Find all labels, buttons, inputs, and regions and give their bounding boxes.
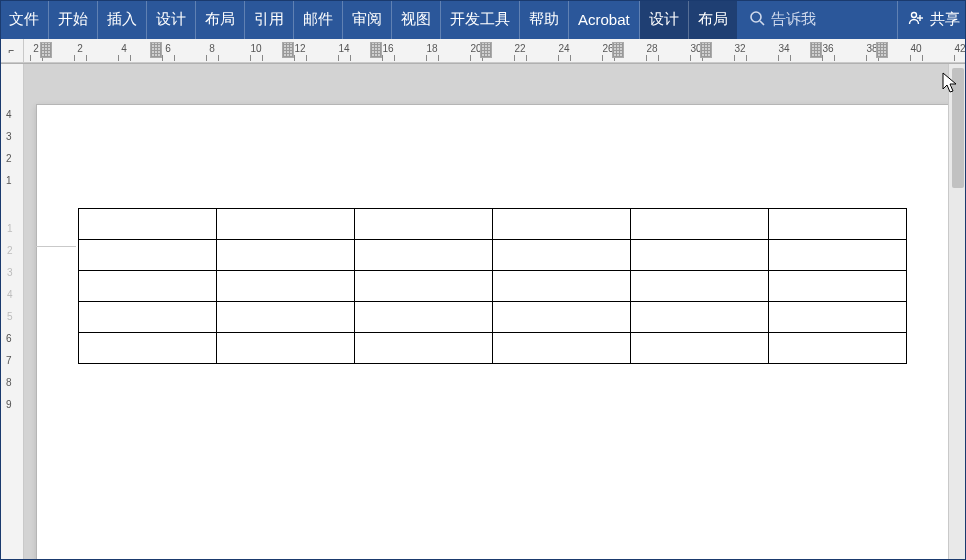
table-cell[interactable] — [493, 209, 631, 240]
vruler-number: 4 — [7, 289, 13, 300]
table-cell[interactable] — [79, 302, 217, 333]
ruler-tab-stop[interactable] — [876, 42, 888, 58]
table-cell[interactable] — [355, 271, 493, 302]
table-cell[interactable] — [355, 302, 493, 333]
tab-home[interactable]: 开始 — [49, 0, 98, 39]
ruler-number: 8 — [209, 43, 215, 54]
table-cell[interactable] — [217, 333, 355, 364]
table-cell[interactable] — [217, 209, 355, 240]
table-cell[interactable] — [631, 209, 769, 240]
share-button[interactable]: 共享 — [897, 0, 966, 39]
ruler-tab-stop[interactable] — [480, 42, 492, 58]
tab-mailings[interactable]: 邮件 — [294, 0, 343, 39]
table-cell[interactable] — [217, 271, 355, 302]
table-cell[interactable] — [217, 302, 355, 333]
ruler-tab-stop[interactable] — [150, 42, 162, 58]
ruler-tab-stop[interactable] — [700, 42, 712, 58]
vruler-number: 1 — [6, 175, 12, 186]
ruler-tab-stop[interactable] — [810, 42, 822, 58]
vruler-number: 2 — [6, 153, 12, 164]
vertical-ruler[interactable]: 4321123456789 — [0, 64, 24, 560]
table-cell[interactable] — [79, 209, 217, 240]
ruler-tab-stop[interactable] — [40, 42, 52, 58]
ruler-number: 36 — [822, 43, 833, 54]
table-row[interactable] — [79, 271, 907, 302]
vertical-scrollbar[interactable] — [948, 64, 966, 560]
ruler-corner[interactable]: ⌐ — [0, 39, 24, 62]
ruler-number: 24 — [558, 43, 569, 54]
document-table[interactable] — [78, 208, 907, 364]
table-cell[interactable] — [355, 240, 493, 271]
tab-developer[interactable]: 开发工具 — [441, 0, 520, 39]
table-row[interactable] — [79, 209, 907, 240]
ribbon-tabs-bar: 文件 开始 插入 设计 布局 引用 邮件 审阅 视图 开发工具 帮助 Acrob… — [0, 0, 966, 39]
table-cell[interactable] — [631, 302, 769, 333]
ruler-number: 2 — [77, 43, 83, 54]
table-row[interactable] — [79, 240, 907, 271]
ruler-tab-stop[interactable] — [282, 42, 294, 58]
tab-layout[interactable]: 布局 — [196, 0, 245, 39]
vruler-number: 4 — [6, 109, 12, 120]
ruler-number: 40 — [910, 43, 921, 54]
table-cell[interactable] — [769, 333, 907, 364]
svg-line-1 — [760, 21, 764, 25]
table-cell[interactable] — [769, 240, 907, 271]
tell-me-placeholder: 告诉我 — [771, 10, 816, 29]
ruler-number: 4 — [121, 43, 127, 54]
table-cell[interactable] — [217, 240, 355, 271]
ruler-tab-stop[interactable] — [612, 42, 624, 58]
scrollbar-thumb[interactable] — [952, 68, 964, 188]
ruler-number: 16 — [382, 43, 393, 54]
document-canvas[interactable] — [24, 64, 948, 560]
horizontal-ruler[interactable]: 224681012141618202224262830323436384042 — [24, 39, 966, 62]
table-cell[interactable] — [769, 271, 907, 302]
svg-point-0 — [751, 12, 761, 22]
vruler-number: 3 — [7, 267, 13, 278]
tell-me-search[interactable]: 告诉我 — [737, 0, 828, 39]
table-cell[interactable] — [355, 209, 493, 240]
table-cell[interactable] — [493, 240, 631, 271]
tab-table-layout[interactable]: 布局 — [689, 0, 737, 39]
vruler-number: 8 — [6, 377, 12, 388]
ruler-number: 2 — [33, 43, 39, 54]
tab-insert[interactable]: 插入 — [98, 0, 147, 39]
table-cell[interactable] — [493, 271, 631, 302]
horizontal-ruler-wrap: ⌐ 22468101214161820222426283032343638404… — [0, 39, 966, 63]
table-cell[interactable] — [493, 333, 631, 364]
table-cell[interactable] — [79, 333, 217, 364]
ruler-number: 32 — [734, 43, 745, 54]
vruler-number: 6 — [6, 333, 12, 344]
table-cell[interactable] — [631, 333, 769, 364]
ruler-number: 14 — [338, 43, 349, 54]
tab-help[interactable]: 帮助 — [520, 0, 569, 39]
share-label: 共享 — [930, 10, 960, 29]
tab-view[interactable]: 视图 — [392, 0, 441, 39]
ruler-number: 28 — [646, 43, 657, 54]
ruler-tab-stop[interactable] — [370, 42, 382, 58]
tab-file[interactable]: 文件 — [0, 0, 49, 39]
table-cell[interactable] — [79, 271, 217, 302]
vruler-number: 7 — [6, 355, 12, 366]
svg-point-2 — [912, 13, 917, 18]
tab-acrobat[interactable]: Acrobat — [569, 0, 640, 39]
table-cell[interactable] — [493, 302, 631, 333]
table-cell[interactable] — [631, 271, 769, 302]
ruler-number: 12 — [294, 43, 305, 54]
table-row[interactable] — [79, 302, 907, 333]
vruler-number: 5 — [7, 311, 13, 322]
vruler-number: 2 — [7, 245, 13, 256]
table-cell[interactable] — [355, 333, 493, 364]
table-row[interactable] — [79, 333, 907, 364]
tab-design[interactable]: 设计 — [147, 0, 196, 39]
vruler-number: 3 — [6, 131, 12, 142]
table-cell[interactable] — [631, 240, 769, 271]
ruler-number: 42 — [954, 43, 965, 54]
ruler-number: 18 — [426, 43, 437, 54]
table-cell[interactable] — [79, 240, 217, 271]
tab-review[interactable]: 审阅 — [343, 0, 392, 39]
tab-references[interactable]: 引用 — [245, 0, 294, 39]
tab-table-design[interactable]: 设计 — [640, 0, 689, 39]
table-cell[interactable] — [769, 209, 907, 240]
ruler-number: 6 — [165, 43, 171, 54]
table-cell[interactable] — [769, 302, 907, 333]
